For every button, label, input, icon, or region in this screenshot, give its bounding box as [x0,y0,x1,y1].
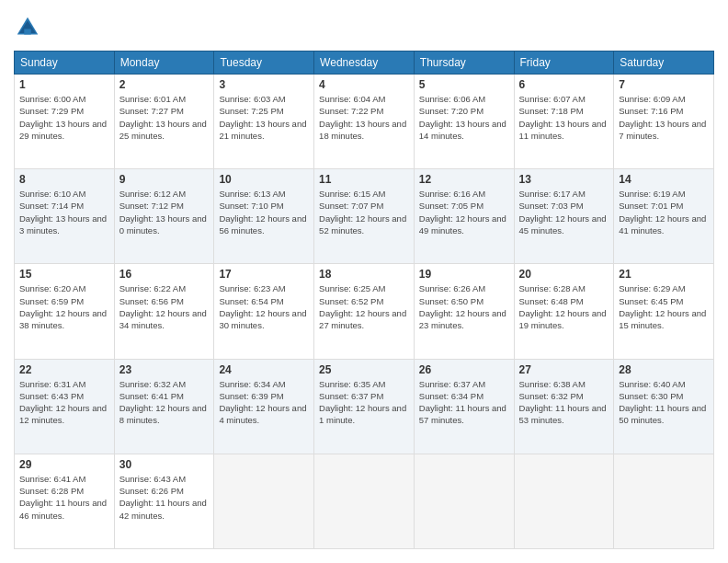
daylight-label: Daylight: 12 hours and 49 minutes. [419,213,506,236]
sunrise-label: Sunrise: 6:03 AM [219,94,285,104]
day-info: Sunrise: 6:35 AM Sunset: 6:37 PM Dayligh… [319,378,409,427]
sunrise-label: Sunrise: 6:32 AM [119,379,186,389]
day-info: Sunrise: 6:23 AM Sunset: 6:54 PM Dayligh… [219,282,309,331]
table-row: 12 Sunrise: 6:16 AM Sunset: 7:05 PM Dayl… [414,169,514,264]
sunset-label: Sunset: 7:29 PM [19,106,84,116]
day-number: 2 [119,78,210,91]
sunset-label: Sunset: 7:20 PM [419,106,483,116]
daylight-label: Daylight: 13 hours and 0 minutes. [119,213,207,236]
col-sunday: Sunday [15,52,115,75]
day-info: Sunrise: 6:37 AM Sunset: 6:34 PM Dayligh… [419,378,509,427]
table-row: 14 Sunrise: 6:19 AM Sunset: 7:01 PM Dayl… [614,169,714,264]
table-row: 10 Sunrise: 6:13 AM Sunset: 7:10 PM Dayl… [214,169,314,264]
sunrise-label: Sunrise: 6:41 AM [19,474,85,484]
sunset-label: Sunset: 7:05 PM [419,201,483,211]
table-row: 22 Sunrise: 6:31 AM Sunset: 6:43 PM Dayl… [15,359,115,454]
day-info: Sunrise: 6:03 AM Sunset: 7:25 PM Dayligh… [219,93,309,142]
col-wednesday: Wednesday [314,52,415,75]
table-row: 21 Sunrise: 6:29 AM Sunset: 6:45 PM Dayl… [614,264,714,359]
sunset-label: Sunset: 6:56 PM [119,296,184,306]
day-number: 30 [119,458,210,471]
calendar-header-row: Sunday Monday Tuesday Wednesday Thursday… [15,52,714,75]
day-number: 26 [419,363,509,376]
sunset-label: Sunset: 7:07 PM [319,201,383,211]
table-row: 28 Sunrise: 6:40 AM Sunset: 6:30 PM Dayl… [614,359,714,454]
daylight-label: Daylight: 12 hours and 27 minutes. [319,308,406,330]
day-number: 28 [619,363,709,376]
day-info: Sunrise: 6:34 AM Sunset: 6:39 PM Dayligh… [219,378,309,427]
table-row: 24 Sunrise: 6:34 AM Sunset: 6:39 PM Dayl… [214,359,314,454]
sunset-label: Sunset: 7:10 PM [219,201,283,211]
daylight-label: Daylight: 12 hours and 12 minutes. [19,403,107,425]
sunrise-label: Sunrise: 6:23 AM [219,283,285,293]
daylight-label: Daylight: 13 hours and 25 minutes. [119,119,207,141]
table-row [614,454,714,548]
col-friday: Friday [514,52,614,75]
day-info: Sunrise: 6:38 AM Sunset: 6:32 PM Dayligh… [519,378,609,427]
day-number: 4 [319,78,409,91]
sunrise-label: Sunrise: 6:06 AM [419,94,485,104]
day-number: 22 [19,363,109,376]
day-info: Sunrise: 6:20 AM Sunset: 6:59 PM Dayligh… [19,282,109,331]
sunrise-label: Sunrise: 6:09 AM [619,94,685,104]
table-row [514,454,614,548]
daylight-label: Daylight: 11 hours and 57 minutes. [419,403,506,425]
day-number: 9 [119,173,210,186]
sunrise-label: Sunrise: 6:17 AM [519,189,586,199]
day-info: Sunrise: 6:04 AM Sunset: 7:22 PM Dayligh… [319,93,409,142]
sunset-label: Sunset: 7:27 PM [119,106,184,116]
day-number: 27 [519,363,609,376]
day-info: Sunrise: 6:32 AM Sunset: 6:41 PM Dayligh… [119,378,210,427]
col-thursday: Thursday [414,52,514,75]
table-row: 16 Sunrise: 6:22 AM Sunset: 6:56 PM Dayl… [114,264,214,359]
day-number: 29 [19,458,109,471]
sunrise-label: Sunrise: 6:19 AM [619,189,685,199]
sunset-label: Sunset: 7:25 PM [219,106,283,116]
table-row: 6 Sunrise: 6:07 AM Sunset: 7:18 PM Dayli… [514,75,614,169]
svg-rect-2 [24,29,31,35]
col-tuesday: Tuesday [214,52,314,75]
table-row: 17 Sunrise: 6:23 AM Sunset: 6:54 PM Dayl… [214,264,314,359]
sunrise-label: Sunrise: 6:37 AM [419,379,485,389]
table-row: 30 Sunrise: 6:43 AM Sunset: 6:26 PM Dayl… [114,454,214,548]
day-number: 19 [419,268,509,281]
daylight-label: Daylight: 11 hours and 46 minutes. [19,498,107,520]
table-row: 27 Sunrise: 6:38 AM Sunset: 6:32 PM Dayl… [514,359,614,454]
sunset-label: Sunset: 6:43 PM [19,391,84,401]
sunrise-label: Sunrise: 6:01 AM [119,94,186,104]
day-info: Sunrise: 6:19 AM Sunset: 7:01 PM Dayligh… [619,188,709,236]
sunrise-label: Sunrise: 6:40 AM [619,379,685,389]
daylight-label: Daylight: 13 hours and 7 minutes. [619,119,706,141]
day-info: Sunrise: 6:41 AM Sunset: 6:28 PM Dayligh… [19,473,109,522]
day-number: 8 [19,173,109,186]
sunrise-label: Sunrise: 6:04 AM [319,94,385,104]
day-number: 1 [19,78,109,91]
logo [14,14,46,41]
day-info: Sunrise: 6:01 AM Sunset: 7:27 PM Dayligh… [119,93,210,142]
sunset-label: Sunset: 7:22 PM [319,106,383,116]
sunset-label: Sunset: 6:28 PM [19,486,84,496]
day-info: Sunrise: 6:31 AM Sunset: 6:43 PM Dayligh… [19,378,109,427]
table-row: 11 Sunrise: 6:15 AM Sunset: 7:07 PM Dayl… [314,169,415,264]
day-number: 7 [619,78,709,91]
daylight-label: Daylight: 11 hours and 53 minutes. [519,403,607,425]
table-row: 9 Sunrise: 6:12 AM Sunset: 7:12 PM Dayli… [114,169,214,264]
col-monday: Monday [114,52,214,75]
sunrise-label: Sunrise: 6:38 AM [519,379,586,389]
sunrise-label: Sunrise: 6:00 AM [19,94,85,104]
sunrise-label: Sunrise: 6:28 AM [519,283,586,293]
sunset-label: Sunset: 6:48 PM [519,296,584,306]
day-number: 25 [319,363,409,376]
sunset-label: Sunset: 7:12 PM [119,201,184,211]
table-row [214,454,314,548]
table-row: 1 Sunrise: 6:00 AM Sunset: 7:29 PM Dayli… [15,75,115,169]
sunset-label: Sunset: 6:32 PM [519,391,584,401]
day-number: 3 [219,78,309,91]
day-info: Sunrise: 6:12 AM Sunset: 7:12 PM Dayligh… [119,188,210,236]
daylight-label: Daylight: 13 hours and 21 minutes. [219,119,306,141]
day-number: 14 [619,173,709,186]
daylight-label: Daylight: 12 hours and 52 minutes. [319,213,406,236]
table-row: 13 Sunrise: 6:17 AM Sunset: 7:03 PM Dayl… [514,169,614,264]
day-number: 18 [319,268,409,281]
daylight-label: Daylight: 11 hours and 42 minutes. [119,498,207,520]
